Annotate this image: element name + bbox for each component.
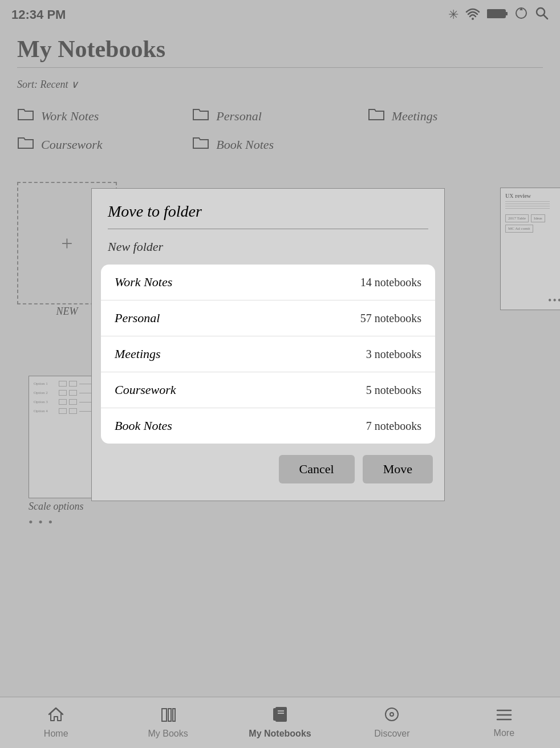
folder-list-count: 5 notebooks bbox=[366, 384, 421, 397]
folder-list-name: Meetings bbox=[115, 347, 161, 361]
folder-list-count: 14 notebooks bbox=[360, 276, 421, 289]
folder-list-count: 57 notebooks bbox=[360, 312, 421, 325]
folder-list-name: Work Notes bbox=[115, 275, 172, 290]
folder-list-count: 7 notebooks bbox=[366, 420, 421, 433]
folder-list-count: 3 notebooks bbox=[366, 348, 421, 361]
folder-list-name: Coursework bbox=[115, 383, 176, 397]
move-to-folder-modal: Move to folder New folder Work Notes 14 … bbox=[91, 188, 445, 501]
new-folder-option[interactable]: New folder bbox=[92, 229, 444, 265]
move-button[interactable]: Move bbox=[363, 455, 433, 483]
folder-list-item-coursework[interactable]: Coursework 5 notebooks bbox=[101, 372, 435, 408]
folder-list-item-work-notes[interactable]: Work Notes 14 notebooks bbox=[101, 265, 435, 300]
folder-list-name: Personal bbox=[115, 311, 160, 326]
folder-list-item-book-notes[interactable]: Book Notes 7 notebooks bbox=[101, 408, 435, 444]
folder-list: Work Notes 14 notebooks Personal 57 note… bbox=[101, 265, 435, 444]
modal-buttons: Cancel Move bbox=[92, 444, 444, 483]
modal-title: Move to folder bbox=[92, 189, 444, 229]
folder-list-item-meetings[interactable]: Meetings 3 notebooks bbox=[101, 336, 435, 372]
cancel-button[interactable]: Cancel bbox=[279, 455, 355, 483]
folder-list-item-personal[interactable]: Personal 57 notebooks bbox=[101, 300, 435, 336]
folder-list-name: Book Notes bbox=[115, 418, 172, 433]
